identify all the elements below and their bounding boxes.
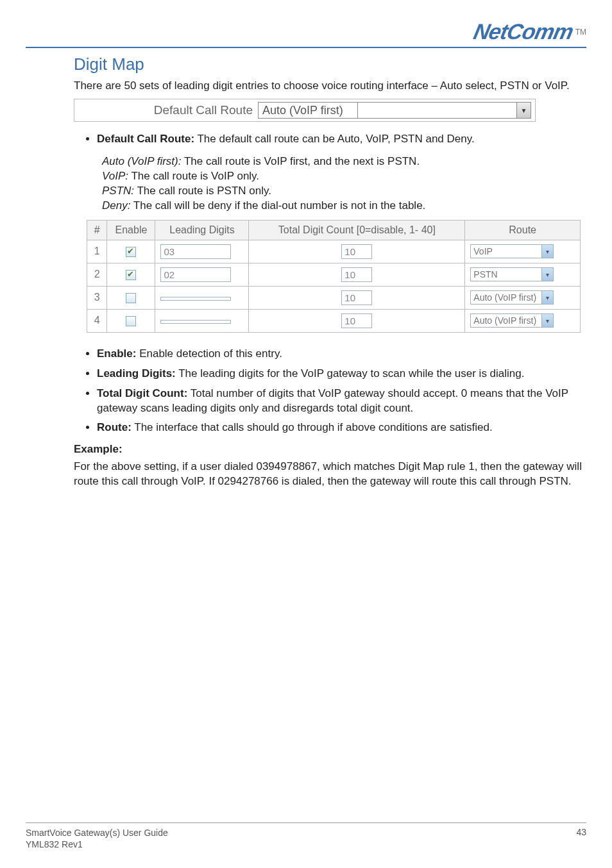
bullet-heading: Default Call Route: — [97, 133, 194, 145]
chevron-down-icon: ▾ — [541, 291, 553, 304]
def-auto: Auto (VoIP first): The call route is VoI… — [102, 154, 586, 169]
trademark: TM — [575, 28, 586, 37]
header: NetComm TM — [26, 19, 586, 48]
row-enable-cell — [107, 286, 155, 309]
digit-map-table: # Enable Leading Digits Total Digit Coun… — [87, 220, 581, 333]
enable-checkbox[interactable] — [126, 293, 136, 303]
chevron-down-icon: ▾ — [541, 268, 553, 281]
row-index: 3 — [87, 286, 107, 309]
total-count-input[interactable]: 10 — [341, 313, 372, 328]
page-title: Digit Map — [74, 54, 586, 74]
chevron-down-icon: ▾ — [541, 314, 553, 327]
col-route: Route — [465, 220, 581, 240]
bullet-heading: Total Digit Count: — [97, 387, 187, 399]
bullet-item: Total Digit Count: Total number of digit… — [97, 387, 586, 416]
row-leading-cell — [155, 309, 249, 332]
chevron-down-icon: ▾ — [541, 245, 553, 258]
col-total: Total Digit Count [0=disable, 1- 40] — [249, 220, 465, 240]
default-call-route-label: Default Call Route — [78, 103, 258, 117]
bullet-item: Leading Digits: The leading digits for t… — [97, 367, 586, 381]
bullet-item: Enable: Enable detection of this entry. — [97, 347, 586, 362]
row-total-cell: 10 — [249, 263, 465, 286]
col-enable: Enable — [107, 220, 155, 240]
definition-list-1: Default Call Route: The default call rou… — [74, 132, 586, 147]
leading-digits-input[interactable]: 02 — [160, 267, 231, 282]
def-voip: VoIP: The call route is VoIP only. — [102, 169, 586, 184]
total-count-input[interactable]: 10 — [341, 290, 372, 305]
bullet-default-call-route: Default Call Route: The default call rou… — [97, 132, 586, 147]
row-leading-cell — [155, 286, 249, 309]
enable-checkbox[interactable] — [126, 247, 136, 257]
footer: SmartVoice Gateway(s) User Guide YML832 … — [26, 822, 586, 850]
route-value: Auto (VoIP first) — [471, 292, 541, 303]
sub-definitions: Auto (VoIP first): The call route is VoI… — [102, 154, 586, 213]
row-route-cell: VoIP▾ — [465, 240, 581, 263]
def-pstn: PSTN: The call route is PSTN only. — [102, 184, 586, 199]
col-num: # — [87, 220, 107, 240]
default-call-route-select[interactable]: Auto (VoIP first) ▼ — [258, 102, 531, 119]
row-enable-cell — [107, 309, 155, 332]
row-enable-cell — [107, 240, 155, 263]
table-row: 20210PSTN▾ — [87, 263, 581, 286]
route-select[interactable]: Auto (VoIP first)▾ — [470, 313, 554, 328]
table-row: 410Auto (VoIP first)▾ — [87, 309, 581, 332]
table-row: 310Auto (VoIP first)▾ — [87, 286, 581, 309]
route-select[interactable]: PSTN▾ — [470, 267, 554, 281]
bullet-text: The interface that calls should go throu… — [134, 421, 493, 433]
route-select[interactable]: Auto (VoIP first)▾ — [470, 290, 554, 305]
bullet-item: Route: The interface that calls should g… — [97, 421, 586, 435]
bullet-text: The leading digits for the VoIP gateway … — [178, 367, 524, 380]
page-number: 43 — [576, 827, 586, 850]
row-leading-cell: 02 — [155, 263, 249, 286]
footer-rev: YML832 Rev1 — [26, 839, 168, 850]
row-enable-cell — [107, 263, 155, 286]
leading-digits-input[interactable] — [160, 297, 231, 301]
definition-list-2: Enable: Enable detection of this entry.L… — [74, 347, 586, 436]
row-index: 2 — [87, 263, 107, 286]
route-value: VoIP — [471, 246, 541, 256]
total-count-input[interactable]: 10 — [341, 267, 372, 282]
row-total-cell: 10 — [249, 286, 465, 309]
row-total-cell: 10 — [249, 240, 465, 263]
def-deny: Deny: The call will be deny if the dial-… — [102, 199, 586, 213]
enable-checkbox[interactable] — [126, 316, 136, 326]
route-value: PSTN — [471, 269, 541, 280]
row-route-cell: Auto (VoIP first)▾ — [465, 309, 581, 332]
default-call-route-row: Default Call Route Auto (VoIP first) ▼ — [74, 99, 536, 122]
bullet-text: Enable detection of this entry. — [139, 347, 282, 360]
row-route-cell: Auto (VoIP first)▾ — [465, 286, 581, 309]
route-select[interactable]: VoIP▾ — [470, 244, 554, 258]
row-leading-cell: 03 — [155, 240, 249, 263]
enable-checkbox[interactable] — [126, 270, 136, 280]
route-value: Auto (VoIP first) — [471, 315, 541, 326]
leading-digits-input[interactable]: 03 — [160, 244, 231, 259]
bullet-text: The default call route can be Auto, VoIP… — [197, 133, 474, 145]
row-index: 1 — [87, 240, 107, 263]
intro-text: There are 50 sets of leading digit entri… — [74, 79, 586, 92]
row-index: 4 — [87, 309, 107, 332]
table-header-row: # Enable Leading Digits Total Digit Coun… — [87, 220, 581, 240]
example-text: For the above setting, if a user dialed … — [74, 460, 586, 489]
col-leading: Leading Digits — [155, 220, 249, 240]
leading-digits-input[interactable] — [160, 320, 231, 324]
chevron-down-icon: ▼ — [516, 103, 531, 118]
bullet-heading: Leading Digits: — [97, 367, 176, 380]
row-route-cell: PSTN▾ — [465, 263, 581, 286]
bullet-heading: Route: — [97, 421, 132, 433]
default-call-route-value: Auto (VoIP first) — [259, 103, 358, 118]
footer-title: SmartVoice Gateway(s) User Guide — [26, 827, 168, 839]
bullet-heading: Enable: — [97, 347, 136, 360]
brand-logo: NetComm — [472, 19, 575, 44]
row-total-cell: 10 — [249, 309, 465, 332]
total-count-input[interactable]: 10 — [341, 244, 372, 259]
example-label: Example: — [74, 443, 586, 456]
table-row: 10310VoIP▾ — [87, 240, 581, 263]
